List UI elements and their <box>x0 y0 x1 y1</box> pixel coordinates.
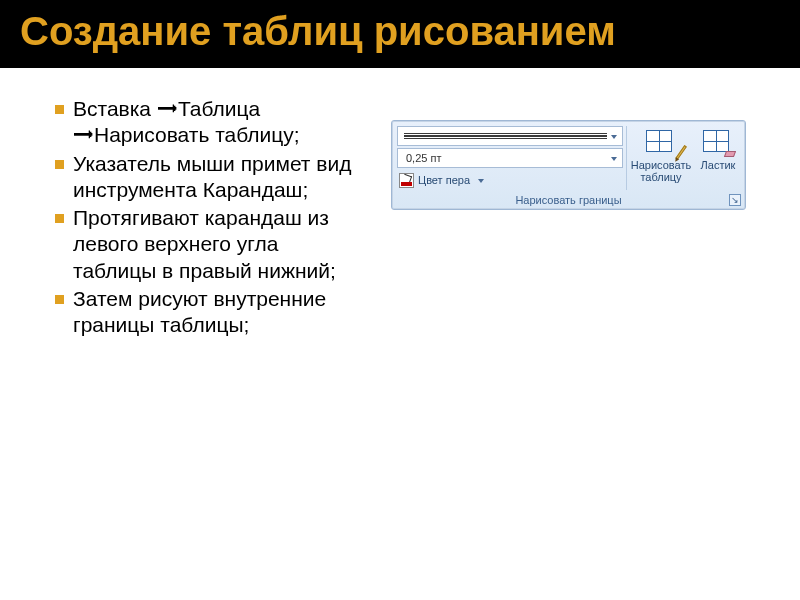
title-band: Создание таблиц рисованием <box>0 0 800 72</box>
chevron-down-icon <box>607 130 620 142</box>
ribbon-draw-borders-panel: 0,25 пт Цвет пера <box>391 120 746 210</box>
eraser-icon <box>701 128 735 158</box>
pen-color-icon <box>399 173 414 188</box>
draw-table-icon <box>644 128 678 158</box>
bullet-list: Вставка 🠖Таблица 🠖Нарисовать таблицу; Ук… <box>55 96 365 338</box>
dialog-launcher-icon[interactable]: ↘ <box>729 194 741 206</box>
chevron-down-icon <box>474 174 487 186</box>
slide-title: Создание таблиц рисованием <box>20 8 780 54</box>
line-style-preview-icon <box>404 133 607 139</box>
pen-color-label: Цвет пера <box>418 174 470 186</box>
ribbon-panel-caption: Нарисовать границы ↘ <box>392 192 745 209</box>
draw-table-label: Нарисовать таблицу <box>629 160 693 183</box>
line-weight-value: 0,25 пт <box>404 152 441 164</box>
draw-table-button[interactable]: Нарисовать таблицу <box>628 124 694 192</box>
slide-content: Вставка 🠖Таблица 🠖Нарисовать таблицу; Ук… <box>0 72 800 340</box>
pen-color-dropdown[interactable]: Цвет пера <box>397 170 623 190</box>
list-item: Протягивают карандаш из левого верхнего … <box>55 205 365 284</box>
ribbon-column: 0,25 пт Цвет пера <box>365 96 746 340</box>
border-line-style-dropdown[interactable] <box>397 126 623 146</box>
border-line-weight-dropdown[interactable]: 0,25 пт <box>397 148 623 168</box>
chevron-down-icon <box>607 152 620 164</box>
list-item: Вставка 🠖Таблица 🠖Нарисовать таблицу; <box>55 96 365 149</box>
eraser-label: Ластик <box>701 160 736 172</box>
list-item: Затем рисуют внутренние границы таблицы; <box>55 286 365 339</box>
separator <box>626 126 627 190</box>
bullet-column: Вставка 🠖Таблица 🠖Нарисовать таблицу; Ук… <box>55 96 365 340</box>
eraser-button[interactable]: Ластик <box>694 124 742 192</box>
ribbon-inner: 0,25 пт Цвет пера <box>392 121 745 192</box>
list-item: Указатель мыши примет вид инструмента Ка… <box>55 151 365 204</box>
border-style-group: 0,25 пт Цвет пера <box>395 124 625 192</box>
panel-caption-text: Нарисовать границы <box>515 194 621 206</box>
